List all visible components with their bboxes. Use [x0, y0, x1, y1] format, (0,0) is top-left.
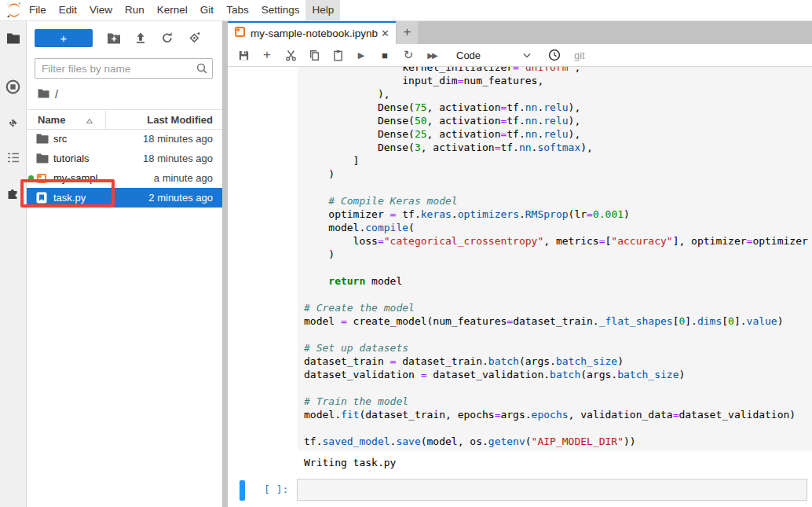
execution-time-icon[interactable] — [543, 46, 566, 64]
menu-view[interactable]: View — [83, 0, 119, 20]
insert-cell-button[interactable]: + — [255, 46, 279, 64]
folder-icon — [36, 133, 49, 145]
code-cell-editor[interactable]: kernel_initializer="uniform", input_dim=… — [298, 67, 812, 450]
dock-tab-bar: my-sample-notebook.ipynb ✕ + — [228, 20, 812, 44]
file-list-header: Name Last Modified — [27, 109, 222, 130]
new-tab-button[interactable]: + — [397, 20, 418, 44]
cell-type-value: Code — [456, 50, 481, 61]
chevron-down-icon — [522, 50, 532, 61]
cell-output-text: Writing task.py — [304, 457, 396, 468]
empty-cell-prompt: [ ]: — [264, 483, 288, 495]
file-modified: 18 minutes ago — [143, 152, 222, 164]
restart-kernel-button[interactable]: ↻ — [397, 46, 420, 64]
filter-files-field — [35, 58, 213, 79]
file-name: src — [53, 133, 143, 145]
code-editor-content[interactable]: kernel_initializer="uniform", input_dim=… — [298, 67, 812, 448]
upload-button[interactable] — [127, 28, 154, 47]
restart-run-all-button[interactable]: ▶▶ — [420, 46, 444, 64]
tab-close-icon[interactable]: ✕ — [381, 28, 390, 39]
paste-cells-button[interactable] — [326, 46, 349, 64]
notebook-file-icon — [234, 26, 246, 41]
sort-caret-icon[interactable] — [86, 114, 105, 126]
file-modified: a minute ago — [154, 172, 222, 184]
cell-type-dropdown[interactable]: Code — [456, 50, 532, 61]
git-sidebar-icon[interactable] — [0, 113, 26, 132]
file-row-tutorials[interactable]: tutorials18 minutes ago — [27, 149, 222, 168]
run-cell-button[interactable]: ▶ — [349, 46, 373, 64]
file-browser-panel: + / Name Last Modified src18 minutes — [27, 20, 222, 507]
file-modified: 2 minutes ago — [148, 192, 222, 204]
interrupt-kernel-button[interactable]: ■ — [373, 46, 397, 64]
copy-cells-button[interactable] — [302, 46, 326, 64]
filter-files-input[interactable] — [35, 58, 213, 79]
annotation-highlight-box — [20, 179, 115, 208]
cut-cells-button[interactable] — [279, 46, 302, 64]
file-name: tutorials — [53, 152, 143, 164]
menu-help[interactable]: Help — [305, 0, 340, 20]
breadcrumb-root[interactable]: / — [55, 88, 58, 101]
search-icon — [196, 63, 207, 77]
refresh-button[interactable] — [154, 28, 181, 47]
git-clone-button[interactable] — [181, 28, 207, 47]
menu-file[interactable]: File — [23, 0, 53, 20]
new-launcher-button[interactable]: + — [35, 29, 93, 47]
menu-edit[interactable]: Edit — [53, 0, 83, 20]
menu-kernel[interactable]: Kernel — [151, 0, 194, 20]
save-button[interactable] — [232, 46, 255, 64]
column-header-name[interactable]: Name — [27, 114, 86, 126]
left-sidebar — [0, 20, 27, 507]
breadcrumb[interactable]: / — [38, 86, 58, 102]
git-status-label: git — [574, 50, 585, 61]
file-modified: 18 minutes ago — [143, 133, 222, 145]
folder-icon — [36, 152, 49, 165]
menu-settings[interactable]: Settings — [255, 0, 306, 20]
table-of-contents-icon[interactable] — [0, 148, 26, 167]
tab-my-sample-notebook[interactable]: my-sample-notebook.ipynb ✕ — [228, 20, 396, 44]
empty-cell-editor[interactable] — [297, 479, 807, 501]
notebook-content: kernel_initializer="uniform", input_dim=… — [228, 67, 812, 507]
menu-bar: FileEditViewRunKernelGitTabsSettingsHelp — [0, 0, 812, 21]
file-row-src[interactable]: src18 minutes ago — [27, 129, 222, 149]
menu-tabs[interactable]: Tabs — [220, 0, 255, 20]
menu-items: FileEditViewRunKernelGitTabsSettingsHelp — [23, 0, 340, 20]
file-browser-icon[interactable] — [0, 28, 26, 47]
notebook-toolbar: + ▶ ■ ↻ ▶▶ Code git — [228, 44, 812, 67]
panel-splitter[interactable] — [222, 20, 228, 507]
column-header-modified[interactable]: Last Modified — [105, 111, 222, 129]
jupyter-logo-icon — [5, 2, 23, 19]
active-cell-indicator[interactable] — [240, 480, 245, 501]
new-folder-button[interactable] — [101, 28, 127, 47]
running-kernels-icon[interactable] — [0, 77, 26, 96]
home-folder-icon[interactable] — [38, 88, 49, 101]
menu-git[interactable]: Git — [194, 0, 220, 20]
file-browser-toolbar: + — [27, 28, 222, 47]
menu-run[interactable]: Run — [119, 0, 151, 20]
tab-label: my-sample-notebook.ipynb — [251, 28, 378, 39]
